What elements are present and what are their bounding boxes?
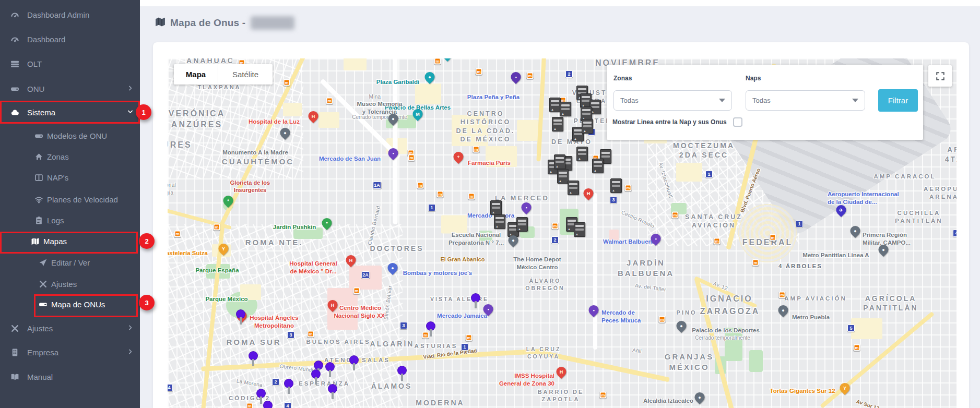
nap-marker[interactable]: ▲ <box>494 214 505 229</box>
gray-pin: ● <box>848 224 863 238</box>
onu-marker[interactable] <box>427 322 435 330</box>
metro-line-badge: 3 <box>610 196 617 203</box>
onu-marker[interactable] <box>471 294 480 302</box>
server-icon <box>9 59 20 68</box>
map-label: BUENOS AIRES <box>306 338 370 346</box>
sidebar-item-dashboard-admin[interactable]: Dashboard Admin <box>0 5 149 25</box>
fork-pin: Y <box>217 242 231 256</box>
nap-marker[interactable]: ▲ <box>576 147 588 161</box>
gray-pin: ● <box>386 112 400 126</box>
gray-pin: ● <box>776 303 790 317</box>
nap-marker[interactable]: ▲ <box>552 117 563 131</box>
map-label: Mina <box>369 93 381 100</box>
sidebar-item-logs[interactable]: Logs <box>0 210 173 230</box>
gauge-icon <box>9 34 20 44</box>
metro-entrance-icon: m <box>672 212 679 219</box>
map-label: El Gran Abanico <box>440 256 485 263</box>
onu-marker[interactable] <box>285 379 293 388</box>
metro-line-badge: 4 <box>284 402 291 408</box>
metro-line-badge: 5 <box>847 325 855 332</box>
sidebar-item-manual[interactable]: Manual <box>0 367 149 387</box>
onu-marker[interactable] <box>264 401 272 408</box>
metro-entrance-icon: m <box>600 392 607 399</box>
sidebar-item-editar-ver[interactable]: Editar / Ver <box>0 253 178 272</box>
onu-marker[interactable] <box>312 370 320 378</box>
onu-marker[interactable] <box>257 389 265 398</box>
tab-mapa[interactable]: Mapa <box>174 64 218 85</box>
zonas-select[interactable]: Todas <box>613 90 732 111</box>
nap-marker[interactable]: ▲ <box>610 178 622 193</box>
book-icon <box>9 372 20 381</box>
sidebar-item-dashboard[interactable]: Dashboard <box>0 29 149 49</box>
map-label: Cerrado temporalmente <box>695 334 750 341</box>
sidebar-item-ajustes[interactable]: Ajustes <box>0 318 149 338</box>
tab-satelite[interactable]: Satélite <box>218 64 273 85</box>
sidebar-item-sistema[interactable]: Sistema <box>0 102 149 122</box>
onu-marker[interactable] <box>314 361 323 369</box>
sidebar-item-onu[interactable]: ONU <box>0 79 149 99</box>
map-label: ROMA SUR <box>226 337 281 347</box>
naps-select[interactable]: Todas <box>746 90 865 111</box>
map-label: The Home Depot México Centro <box>513 256 561 271</box>
map-label: AR 4TA <box>945 145 957 164</box>
map-label: Walmart Balbuena <box>603 238 655 246</box>
hospital-pin: H <box>582 186 596 200</box>
nap-marker[interactable]: ▲ <box>592 159 604 173</box>
map-label: DE MAYO <box>551 138 592 146</box>
hdd-icon <box>33 131 44 140</box>
onu-marker[interactable] <box>350 356 358 364</box>
cart-pin: ▪ <box>649 232 663 246</box>
nap-marker[interactable]: ▲ <box>574 222 585 237</box>
sidebar-item-zonas[interactable]: Zonas <box>0 147 173 166</box>
send-icon <box>38 258 48 267</box>
metro-line-badge: 1 <box>705 171 713 178</box>
onu-marker[interactable] <box>398 366 406 375</box>
nap-marker[interactable]: ▲ <box>560 102 571 116</box>
map-label: DOCTORES <box>370 244 423 253</box>
nap-marker[interactable]: ▲ <box>568 181 579 195</box>
gray-pin: ● <box>278 126 292 140</box>
nap-marker[interactable]: ▲ <box>490 200 502 215</box>
map-label: AMP AVIACIÓN <box>784 295 847 303</box>
annotation-badge-1: 1 <box>136 104 151 120</box>
show-line-row: Mostrar Linea entre la Nap y sus Onus <box>612 117 742 127</box>
metro-line-badge: 1 <box>428 204 435 211</box>
metro-entrance-icon: m <box>779 292 786 298</box>
map-label: ESPERANZA <box>299 380 350 388</box>
metro-line-badge: 3 <box>287 331 294 339</box>
clipboard-icon <box>33 215 44 225</box>
sidebar-item-olt[interactable]: OLT <box>0 54 149 74</box>
nap-marker[interactable]: ▲ <box>516 217 528 232</box>
map-label: Mercado de San Juan <box>319 155 381 163</box>
map-label: Tortas Gigantes Sur 12 <box>770 387 835 395</box>
sidebar-item-empresa[interactable]: Empresa <box>0 342 149 362</box>
sidebar-item-modelos-de-onu[interactable]: Modelos de ONU <box>0 126 173 146</box>
nap-marker[interactable]: ▲ <box>557 169 569 184</box>
filtrar-button[interactable]: Filtrar <box>878 89 918 112</box>
gray-pin: ● <box>675 319 689 333</box>
map-label: VISTA ALEGRE <box>430 296 489 303</box>
map-label: Jardín Pushkin <box>273 223 316 231</box>
nap-marker[interactable]: ▲ <box>549 98 561 112</box>
onu-marker[interactable] <box>237 310 245 318</box>
map-label: AGRÍCOLA PANTITLÁN <box>863 294 918 313</box>
onu-marker[interactable] <box>249 352 257 360</box>
metro-line-badge: 4 <box>953 230 957 237</box>
onu-marker[interactable] <box>326 363 334 371</box>
metro-entrance-icon: m <box>527 73 534 79</box>
gauge-icon <box>9 10 20 19</box>
map-label: Escuela Nacional Preparatoria N ° 7... <box>448 231 504 247</box>
sidebar-item-nap-s[interactable]: NAP's <box>0 167 173 187</box>
nap-marker[interactable]: ▲ <box>582 119 593 134</box>
show-line-checkbox[interactable] <box>733 117 742 127</box>
sidebar-item-ajustes[interactable]: Ajustes <box>0 274 178 294</box>
nap-marker[interactable]: ▲ <box>554 154 565 169</box>
onu-marker[interactable] <box>328 385 337 393</box>
fullscreen-button[interactable] <box>928 65 952 87</box>
yellow-block <box>676 163 702 182</box>
metro-line-badge: 2 <box>551 236 559 244</box>
bag-pin: ▪ <box>509 70 523 84</box>
metro-entrance-icon: m <box>417 182 424 189</box>
hospital-pin: H <box>326 298 340 312</box>
sidebar-item-planes-de-velocidad[interactable]: Planes de Velocidad <box>0 189 173 209</box>
